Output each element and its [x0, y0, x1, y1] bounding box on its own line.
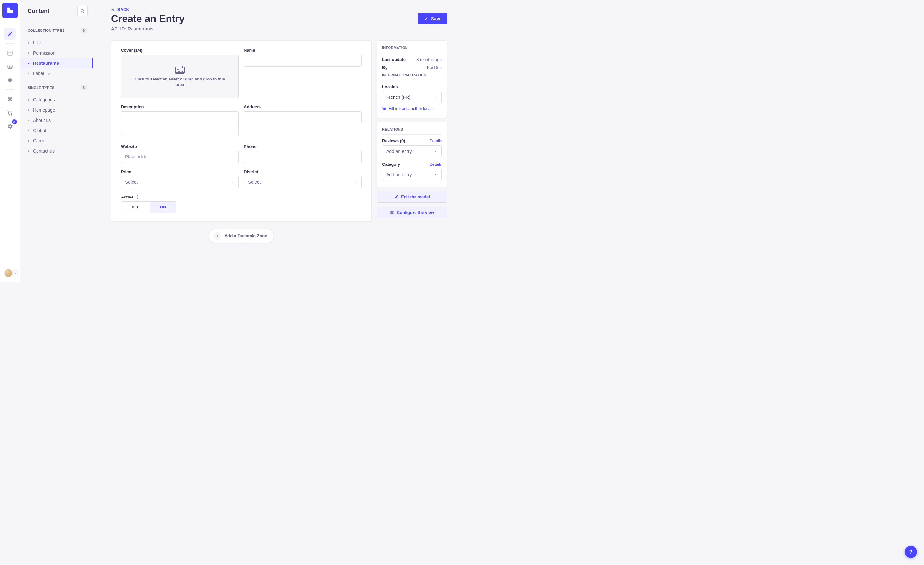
nav-plugins-icon[interactable] — [4, 94, 16, 105]
bullet-icon — [28, 63, 29, 64]
sidebar-item[interactable]: Global — [20, 125, 93, 136]
sidebar-item[interactable]: Categories — [20, 94, 93, 105]
bullet-icon — [28, 109, 29, 111]
price-value: Select — [125, 180, 138, 185]
add-entry-label: Add an entry — [386, 149, 412, 154]
fill-from-locale-link[interactable]: Fill in from another locale — [382, 106, 434, 111]
chevron-down-icon — [231, 180, 234, 184]
expand-rail-button[interactable] — [12, 270, 18, 276]
description-label: Description — [121, 105, 239, 109]
configure-view-button[interactable]: Configure the view — [376, 207, 447, 218]
list-icon — [390, 210, 394, 215]
locale-select[interactable]: French (FR) — [382, 91, 442, 103]
nav-content-icon[interactable] — [4, 28, 16, 40]
sidebar-item[interactable]: Career — [20, 136, 93, 146]
last-update-value: 3 months ago — [417, 57, 442, 62]
svg-point-9 — [177, 69, 179, 70]
edit-model-button[interactable]: Edit the model — [376, 191, 447, 203]
save-label: Save — [431, 16, 441, 21]
sidebar-item[interactable]: Restaurants — [20, 58, 93, 68]
sidebar-item[interactable]: Permission — [20, 48, 93, 58]
sidebar-item-label: Permission — [33, 50, 55, 55]
cover-dropzone[interactable]: Click to select an asset or drag and dro… — [121, 54, 239, 98]
nav-settings-icon[interactable]: 2 — [4, 121, 16, 132]
sidebar-item-label: Like — [33, 40, 41, 45]
description-input[interactable] — [121, 111, 239, 136]
sidebar-title: Content — [28, 8, 50, 14]
nav-marketplace-icon[interactable] — [4, 107, 16, 118]
last-update-label: Last update — [382, 57, 405, 62]
sidebar-item[interactable]: Contact us — [20, 146, 93, 156]
sidebar-item[interactable]: Like — [20, 37, 93, 48]
bullet-icon — [28, 52, 29, 54]
price-select[interactable]: Select — [121, 176, 239, 188]
svg-point-5 — [9, 114, 10, 115]
search-button[interactable] — [77, 6, 88, 16]
phone-label: Phone — [244, 144, 362, 149]
address-input[interactable] — [244, 111, 362, 123]
divider — [5, 24, 15, 24]
category-label: Category — [382, 162, 400, 167]
back-label: BACK — [117, 7, 129, 12]
add-dynamic-zone-label: Add a Dynamic Zone — [224, 234, 267, 238]
name-label: Name — [244, 48, 362, 52]
back-link[interactable]: BACK — [111, 7, 129, 12]
single-list: CategoriesHomepageAbout usGlobalCareerCo… — [20, 92, 93, 160]
sidebar-item[interactable]: Label ID — [20, 68, 93, 79]
copy-icon — [382, 106, 386, 111]
reviews-details-link[interactable]: Details — [430, 139, 442, 143]
information-card: Information Last update 3 months ago By … — [376, 40, 447, 118]
entry-form: Cover (1/4) Click to select an asset or … — [111, 40, 372, 222]
user-avatar[interactable] — [4, 269, 12, 277]
save-button[interactable]: Save — [418, 13, 447, 24]
svg-text:i: i — [9, 79, 10, 82]
collection-types-label: Collection Types — [28, 28, 67, 32]
sidebar-item-label: Career — [33, 138, 47, 143]
nav-builder-icon[interactable] — [4, 48, 16, 59]
district-select[interactable]: Select — [244, 176, 362, 188]
cover-label: Cover (1/4) — [121, 48, 239, 52]
chevron-down-icon — [434, 173, 438, 177]
svg-point-2 — [9, 66, 9, 66]
active-on-button[interactable]: ON — [150, 202, 176, 213]
active-off-button[interactable]: OFF — [121, 202, 150, 213]
name-input[interactable] — [244, 54, 362, 67]
sidebar-item-label: Homepage — [33, 108, 55, 112]
active-toggle: OFF ON — [121, 201, 177, 213]
configure-view-label: Configure the view — [397, 210, 434, 215]
single-types-count: 6 — [81, 85, 87, 90]
chevron-down-icon — [434, 95, 438, 99]
category-add-select[interactable]: Add an entry — [382, 169, 442, 181]
page-title: Create an Entry — [111, 13, 184, 25]
bullet-icon — [28, 150, 29, 152]
nav-media-icon[interactable] — [4, 61, 16, 72]
reviews-add-select[interactable]: Add an entry — [382, 145, 442, 157]
edit-model-label: Edit the model — [401, 194, 430, 199]
app-logo[interactable] — [2, 3, 18, 18]
website-input[interactable] — [121, 151, 239, 163]
svg-rect-12 — [383, 108, 386, 110]
relations-card: Relations Reviews (0) Details Add an ent… — [376, 122, 447, 187]
sidebar-item-label: Contact us — [33, 148, 54, 154]
price-label: Price — [121, 169, 239, 174]
pencil-icon — [394, 195, 399, 199]
information-header: Information — [382, 46, 442, 53]
main-content: BACK Create an Entry API ID: Restaurants… — [93, 0, 462, 283]
sidebar-item[interactable]: About us — [20, 115, 93, 125]
svg-rect-0 — [8, 51, 12, 55]
sidebar-item[interactable]: Homepage — [20, 105, 93, 115]
locale-value: French (FR) — [386, 94, 410, 100]
phone-input[interactable] — [244, 151, 362, 163]
district-label: District — [244, 169, 362, 174]
by-label: By — [382, 65, 388, 70]
svg-rect-1 — [8, 65, 12, 69]
globe-icon — [135, 195, 140, 199]
nav-info-icon[interactable]: i — [4, 74, 16, 86]
add-dynamic-zone-button[interactable]: + Add a Dynamic Zone — [208, 229, 274, 243]
sidebar-item-label: Global — [33, 128, 46, 133]
sidebar-item-label: About us — [33, 118, 51, 123]
chevron-down-icon — [354, 180, 357, 184]
category-details-link[interactable]: Details — [430, 162, 442, 167]
address-label: Address — [244, 105, 362, 109]
bullet-icon — [28, 130, 29, 132]
